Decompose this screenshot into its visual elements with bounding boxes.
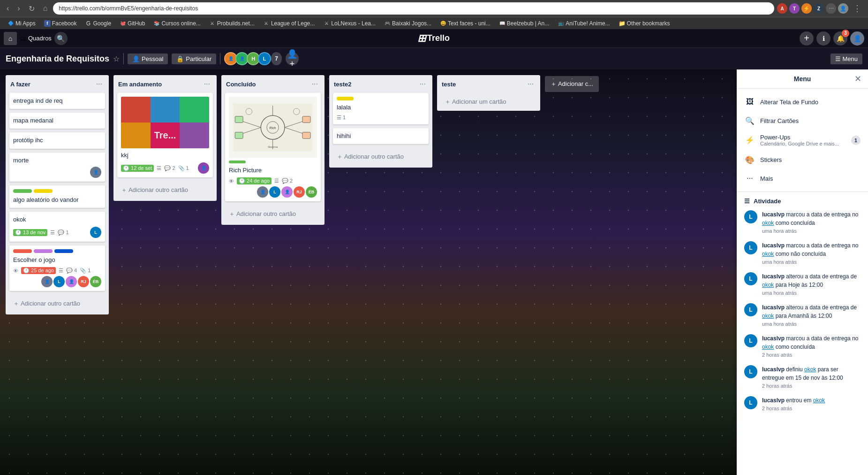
activity-avatar-7: L [744, 396, 757, 409]
home-icon[interactable]: ⌂ [4, 32, 17, 45]
top-right-icons: + ℹ 🔔 3 👤 [800, 31, 864, 46]
bookmark-other[interactable]: 📁Other bookmarks [615, 19, 674, 28]
menu-item-stickers[interactable]: 🎨 Stickers [737, 150, 868, 169]
bookmark-lolnexus[interactable]: ⚔LoLNexus - Lea... [319, 19, 379, 28]
visibility-button[interactable]: 👤Pessoal [128, 54, 168, 64]
activity-link-1[interactable]: okok [762, 220, 774, 226]
notifications-button[interactable]: 🔔 3 [833, 31, 847, 46]
list-header-teste2: teste2 ··· [329, 75, 432, 93]
menu-close-button[interactable]: ✕ [852, 73, 864, 85]
bookmark-cursos[interactable]: 📚Cursos online... [150, 19, 204, 28]
add-card-btn-teste-inline[interactable]: ＋ Adicionar um cartão [441, 95, 536, 109]
list-cards-concluido: Rich Sistema Rich Picture 👁 🕐 24 de ago … [221, 93, 325, 205]
card-hihihi[interactable]: hihihi [333, 128, 429, 144]
activity-avatar-3: L [744, 272, 757, 285]
activity-link-5[interactable]: okok [762, 344, 774, 350]
checklist-lalala: ☰ 1 [337, 115, 346, 121]
forward-button[interactable]: › [15, 3, 23, 14]
bookmark-baixaki[interactable]: 🎮Baixaki Jogos... [380, 19, 435, 28]
extension-icon-4[interactable]: Z [814, 3, 824, 14]
menu-item-more[interactable]: ··· Mais [737, 169, 868, 188]
activity-content-5: lucaslvp marcou a data de entrega no oko… [762, 334, 860, 358]
card-algo[interactable]: algo aleatório do vandor [9, 185, 105, 208]
quadros-tab[interactable]: 🗂 Quadros [20, 35, 52, 42]
trello-topbar: ⌂ 🗂 Quadros 🔍 ⊞ Trello + ℹ 🔔 3 👤 [0, 29, 868, 48]
menu-item-powerups[interactable]: ⚡ Power-Ups Calendário, Google Drive e m… [737, 130, 868, 150]
address-bar[interactable] [53, 2, 774, 15]
add-member-button[interactable]: 👤+ [286, 52, 299, 65]
menu-item-background[interactable]: 🖼 Alterar Tela de Fundo [737, 92, 868, 111]
member-avatar-l[interactable]: L [258, 52, 271, 65]
activity-link-4[interactable]: okok [762, 313, 774, 319]
user-avatar-icon[interactable]: 👤 [838, 3, 848, 14]
bookmark-league[interactable]: ⚔League of Lege... [259, 19, 318, 28]
add-list-button[interactable]: ＋ Adicionar c... [545, 76, 599, 92]
invisible-rich: 👁 [229, 178, 234, 184]
member-avatars: 👤 👤 H L 7 [224, 52, 282, 65]
activity-item-2: L lucaslvp marcou a data de entrega no o… [744, 241, 860, 265]
card-lalala[interactable]: lalala ☰ 1 [333, 93, 429, 124]
card-mapa[interactable]: mapa medanal [9, 113, 105, 129]
menu-items-list: 🖼 Alterar Tela de Fundo 🔍 Filtrar Cartõe… [737, 89, 868, 192]
list-a-fazer: A fazer ··· entrega ind de req mapa meda… [6, 75, 109, 314]
lock-button[interactable]: 🔒Particular [172, 54, 216, 64]
star-button[interactable]: ☆ [113, 54, 120, 63]
bookmark-beelzebub[interactable]: 📖Beelzebub | An... [495, 19, 553, 28]
card-escolher[interactable]: Escolher o jogo 👁 🕐 25 de ago ☰ 💬 4 📎 1 … [9, 245, 105, 291]
card-entrega[interactable]: entrega ind de req [9, 93, 105, 109]
label-purple [34, 249, 53, 253]
add-card-btn-concluido[interactable]: ＋ Adicionar outro cartão [225, 207, 321, 221]
back-button[interactable]: ‹ [4, 3, 12, 14]
info-button[interactable]: ℹ [816, 31, 830, 46]
list-teste2: teste2 ··· lalala ☰ 1 hihihi ＋ Adicionar… [329, 75, 432, 168]
list-menu-btn-concluido[interactable]: ··· [310, 79, 320, 89]
menu-button[interactable]: ☰ Menu [830, 54, 862, 64]
list-menu-btn-a-fazer[interactable]: ··· [94, 79, 104, 89]
powerups-count: 1 [851, 136, 860, 145]
add-card-btn-teste2[interactable]: ＋ Adicionar outro cartão [333, 150, 429, 164]
card-morte[interactable]: morte 👤 [9, 153, 105, 182]
activity-link-6[interactable]: okok [804, 366, 816, 373]
svg-text:Sistema: Sistema [268, 146, 278, 148]
list-menu-btn-teste2[interactable]: ··· [418, 79, 428, 89]
activity-link-2[interactable]: okok [762, 251, 774, 257]
card-prototip[interactable]: protótip ihc [9, 132, 105, 148]
extension-icon-2[interactable]: T [789, 3, 800, 14]
member-count-btn[interactable]: 7 [271, 52, 282, 65]
card-rich-picture[interactable]: Rich Sistema Rich Picture 👁 🕐 24 de ago … [225, 93, 321, 201]
reload-button[interactable]: ↻ [26, 3, 38, 14]
bookmark-probuilds[interactable]: ⚔Probuilds.net... [205, 19, 258, 28]
extension-icon-1[interactable]: A [777, 3, 787, 14]
user-menu-button[interactable]: 👤 [850, 31, 864, 46]
list-menu-btn-teste[interactable]: ··· [526, 79, 536, 89]
bookmark-facebook[interactable]: fFacebook [40, 19, 81, 28]
add-card-btn-em-andamento[interactable]: ＋ Adicionar outro cartão [117, 183, 213, 197]
extension-icon-5[interactable]: ⋯ [826, 3, 836, 14]
list-cards-em-andamento: Tre... kkj 🕐 12 de set ☰ 💬 2 📎 1 👤 [113, 93, 217, 181]
add-button[interactable]: + [800, 31, 814, 46]
browser-menu-button[interactable]: ⋮ [850, 2, 864, 15]
activity-link-7[interactable]: okok [813, 397, 825, 404]
rm5: ÉB [306, 186, 317, 198]
card-okok[interactable]: okok 🕐 13 de nov ☰ 💬 1 L [9, 212, 105, 242]
overdue-badge-escolher: 🕐 25 de ago [21, 267, 56, 274]
activity-link-3[interactable]: okok [762, 282, 774, 288]
filter-icon: 🔍 [744, 115, 755, 126]
bookmark-anitube[interactable]: 📺AniTube! Anime... [554, 19, 613, 28]
checklist-rich: ☰ [274, 178, 279, 184]
card-kkj[interactable]: Tre... kkj 🕐 12 de set ☰ 💬 2 📎 1 👤 [117, 93, 213, 177]
search-button[interactable]: 🔍 [54, 32, 68, 45]
extension-icon-3[interactable]: ⚡ [801, 3, 812, 14]
bookmark-github[interactable]: 🐙GitHub [116, 19, 149, 28]
bookmark-textfaces[interactable]: 😀Text faces - uni... [436, 19, 494, 28]
menu-item-filter[interactable]: 🔍 Filtrar Cartões [737, 111, 868, 130]
cm1: 👤 [41, 276, 53, 287]
add-card-btn-a-fazer[interactable]: ＋ Adicionar outro cartão [9, 297, 105, 311]
home-button[interactable]: ⌂ [40, 3, 51, 14]
label-red [13, 249, 32, 253]
activity-avatar-5: L [744, 334, 757, 347]
list-menu-btn-em-andamento[interactable]: ··· [202, 79, 212, 89]
bookmark-google[interactable]: GGoogle [81, 19, 115, 28]
list-title-teste: teste [442, 81, 456, 88]
bookmark-apps[interactable]: 🔷Mi Apps [4, 19, 39, 28]
